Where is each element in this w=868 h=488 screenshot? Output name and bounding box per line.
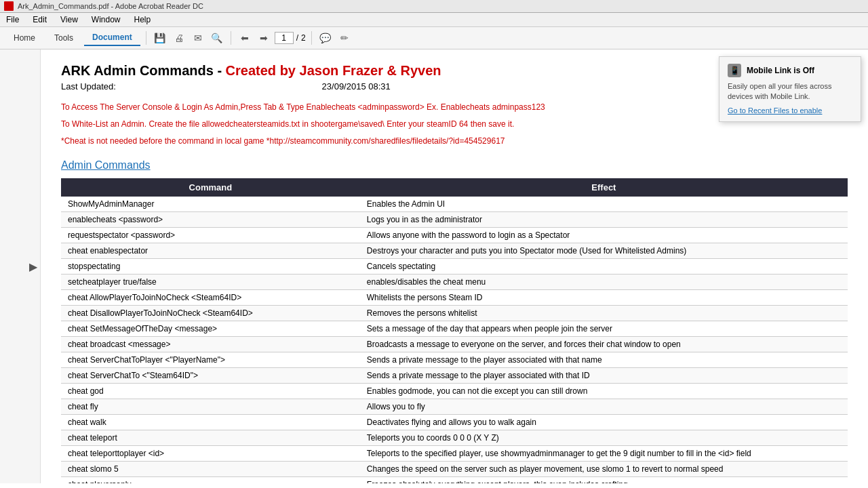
- table-row: setcheatplayer true/falseenables/disable…: [61, 274, 848, 289]
- page-input[interactable]: [275, 32, 294, 44]
- table-row: cheat enablespectatorDestroys your chara…: [61, 243, 848, 258]
- app-icon: [4, 1, 14, 11]
- menu-file[interactable]: File: [4, 14, 21, 25]
- table-row: cheat AllowPlayerToJoinNoCheck <Steam64I…: [61, 289, 848, 305]
- prev-page-button[interactable]: ⬅: [237, 30, 253, 46]
- cell-command: cheat ServerChatToPlayer <"PlayerName">: [61, 352, 360, 367]
- last-updated-label: Last Updated:: [61, 81, 116, 92]
- comment-button[interactable]: 💬: [317, 30, 334, 46]
- cell-effect: Logs you in as the administrator: [360, 211, 848, 227]
- pen-button[interactable]: ✏: [336, 30, 353, 46]
- separator-2: [231, 31, 231, 45]
- cell-effect: Teleports you to coords 0 0 0 (X Y Z): [360, 430, 848, 445]
- content-area: ▶ 📱 Mobile Link is Off Easily open all y…: [0, 49, 868, 483]
- tab-home[interactable]: Home: [5, 30, 43, 45]
- cell-effect: Allows anyone with the password to login…: [360, 227, 848, 243]
- table-row: enablecheats <password>Logs you in as th…: [61, 211, 848, 227]
- commands-table: Command Effect ShowMyAdminManagerEnables…: [61, 178, 848, 483]
- cell-effect: Changes the speed on the server such as …: [360, 461, 848, 476]
- menu-window[interactable]: Window: [90, 14, 123, 25]
- cell-effect: Enables the Admin UI: [360, 197, 848, 212]
- menu-help[interactable]: Help: [132, 14, 153, 25]
- cell-command: cheat broadcast <message>: [61, 336, 360, 352]
- cell-command: requestspectator <password>: [61, 227, 360, 243]
- tab-document[interactable]: Document: [84, 30, 140, 46]
- popup-link[interactable]: Go to Recent Files to enable: [728, 106, 822, 115]
- table-row: cheat ServerChatTo <"Steam64ID">Sends a …: [61, 367, 848, 383]
- cell-command: cheat playersonly: [61, 476, 360, 483]
- title-link[interactable]: Created by Jason Frazer & Ryven: [226, 63, 441, 78]
- email-button[interactable]: ✉: [190, 30, 206, 46]
- table-row: requestspectator <password>Allows anyone…: [61, 227, 848, 243]
- tab-tools[interactable]: Tools: [46, 30, 81, 45]
- table-row: cheat teleporttoplayer <id>Teleports to …: [61, 445, 848, 461]
- cell-command: cheat teleport: [61, 430, 360, 445]
- table-row: cheat godEnables godmode, you can not di…: [61, 383, 848, 399]
- section-title-admin-commands[interactable]: Admin Commands: [61, 159, 848, 171]
- page-separator: /: [296, 33, 298, 43]
- table-row: cheat playersonlyFreezes absolutely ever…: [61, 476, 848, 483]
- table-row: cheat DisallowPlayerToJoinNoCheck <Steam…: [61, 305, 848, 321]
- page-total: 2: [301, 33, 306, 43]
- table-row: cheat teleportTeleports you to coords 0 …: [61, 430, 848, 445]
- page-nav: / 2: [275, 32, 306, 44]
- title-bar: Ark_Admin_Commands.pdf - Adobe Acrobat R…: [0, 0, 868, 13]
- menu-view[interactable]: View: [58, 14, 80, 25]
- cell-command: stopspectating: [61, 258, 360, 274]
- cell-command: setcheatplayer true/false: [61, 274, 360, 289]
- info-line-3: *Cheat is not needed before the command …: [61, 135, 848, 148]
- toolbar: Home Tools Document 💾 🖨 ✉ 🔍 ⬅ ➡ / 2 💬 ✏: [0, 27, 868, 49]
- save-button[interactable]: 💾: [152, 30, 168, 46]
- cell-command: cheat AllowPlayerToJoinNoCheck <Steam64I…: [61, 289, 360, 305]
- header-effect: Effect: [360, 178, 848, 197]
- cell-effect: Freezes absolutely everything except pla…: [360, 476, 848, 483]
- menu-edit[interactable]: Edit: [31, 14, 49, 25]
- separator-3: [311, 31, 312, 45]
- menu-bar: File Edit View Window Help: [0, 13, 868, 27]
- search-button[interactable]: 🔍: [209, 30, 225, 46]
- cell-command: enablecheats <password>: [61, 211, 360, 227]
- last-updated-value: 23/09/2015 08:31: [322, 81, 391, 92]
- cell-command: cheat slomo 5: [61, 461, 360, 476]
- mobile-link-popup: 📱 Mobile Link is Off Easily open all you…: [719, 56, 861, 122]
- header-command: Command: [61, 178, 360, 197]
- separator-1: [146, 31, 146, 45]
- next-page-button[interactable]: ➡: [256, 30, 272, 46]
- table-header-row: Command Effect: [61, 178, 848, 197]
- cell-effect: Destroys your character and puts you int…: [360, 243, 848, 258]
- popup-header: 📱 Mobile Link is Off: [728, 64, 852, 77]
- left-panel: ▶: [0, 49, 41, 483]
- cell-effect: Sends a private message to the player as…: [360, 352, 848, 367]
- table-row: stopspectatingCancels spectating: [61, 258, 848, 274]
- document-area: 📱 Mobile Link is Off Easily open all you…: [41, 49, 868, 483]
- cell-effect: Sends a private message to the player as…: [360, 367, 848, 383]
- cell-effect: Cancels spectating: [360, 258, 848, 274]
- cell-command: cheat walk: [61, 414, 360, 430]
- cell-effect: Enables godmode, you can not die except …: [360, 383, 848, 399]
- cell-command: cheat ServerChatTo <"Steam64ID">: [61, 367, 360, 383]
- cell-command: cheat teleporttoplayer <id>: [61, 445, 360, 461]
- cell-command: cheat SetMessageOfTheDay <message>: [61, 321, 360, 336]
- popup-title: Mobile Link is Off: [747, 66, 814, 75]
- table-row: cheat ServerChatToPlayer <"PlayerName">S…: [61, 352, 848, 367]
- cell-effect: Teleports to the specified player, use s…: [360, 445, 848, 461]
- cell-command: cheat fly: [61, 399, 360, 414]
- scroll-arrow[interactable]: ▶: [29, 260, 37, 273]
- table-row: cheat slomo 5Changes the speed on the se…: [61, 461, 848, 476]
- title-text: ARK Admin Commands: [61, 63, 214, 78]
- cell-effect: Removes the persons whitelist: [360, 305, 848, 321]
- cell-effect: Broadcasts a message to everyone on the …: [360, 336, 848, 352]
- cell-command: cheat DisallowPlayerToJoinNoCheck <Steam…: [61, 305, 360, 321]
- cell-command: cheat god: [61, 383, 360, 399]
- cell-effect: Sets a message of the day that appears w…: [360, 321, 848, 336]
- title-bar-text: Ark_Admin_Commands.pdf - Adobe Acrobat R…: [18, 2, 203, 10]
- table-row: cheat SetMessageOfTheDay <message>Sets a…: [61, 321, 848, 336]
- popup-body: Easily open all your files across device…: [728, 81, 852, 102]
- print-button[interactable]: 🖨: [171, 30, 187, 46]
- title-suffix: -: [217, 63, 225, 78]
- table-row: ShowMyAdminManagerEnables the Admin UI: [61, 197, 848, 212]
- table-row: cheat walkDeactivates flying and allows …: [61, 414, 848, 430]
- cell-command: cheat enablespectator: [61, 243, 360, 258]
- table-row: cheat broadcast <message>Broadcasts a me…: [61, 336, 848, 352]
- cell-effect: Allows you to fly: [360, 399, 848, 414]
